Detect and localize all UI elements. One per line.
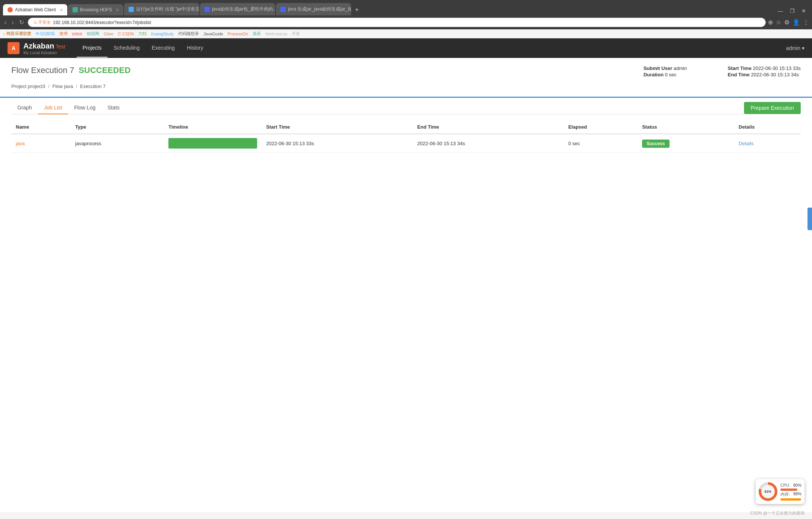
job-elapsed: 0 sec: [568, 141, 580, 146]
bookmark-music-label: ♪ 纯音乐请欣赏: [3, 31, 31, 36]
reload-button[interactable]: ↻: [18, 18, 26, 27]
bookmark-html[interactable]: html+css+js: [265, 32, 287, 36]
bookmarks-bar: ♪ 纯音乐请欣赏 ✉ QQ邮箱 微博 bilibili 校园网 Gitee C …: [0, 29, 812, 38]
submit-user-label: Submit User: [644, 65, 673, 71]
breadcrumb-project-value[interactable]: project3: [28, 83, 47, 89]
breadcrumb-sep2: /: [76, 83, 77, 89]
job-start-time: 2022-06-30 15:13 33s: [266, 141, 314, 146]
bookmark-leetcode-label: 力扣: [138, 31, 147, 36]
tab-close-hdfs[interactable]: ✕: [116, 8, 119, 12]
col-status: Status: [638, 120, 734, 134]
bookmark-kuang[interactable]: KuangStudy: [151, 32, 174, 36]
cpu-gauge: 61%: [759, 482, 777, 501]
tab-azkaban[interactable]: Azkaban Web Client ✕: [3, 4, 67, 15]
azkaban-favicon: [8, 7, 13, 12]
tab-stats[interactable]: Stats: [102, 102, 126, 114]
table-body: java javaprocess 2022-06-30 15:13 33s 20…: [11, 134, 801, 153]
tab-hdfs[interactable]: Browsing HDFS ✕: [68, 4, 123, 15]
extensions-icon[interactable]: ⚙: [784, 19, 789, 26]
mem-bar: [780, 498, 801, 501]
breadcrumb-sep1: /: [48, 83, 50, 89]
tab-jar3[interactable]: java 生成jar_java如何生成jar_知... ✕: [276, 3, 351, 15]
restore-button[interactable]: ❐: [787, 6, 798, 15]
jar2-favicon: [205, 7, 210, 12]
breadcrumb-project-text: Project: [11, 83, 26, 89]
bookmark-bilibili[interactable]: bilibili: [72, 32, 82, 36]
bookmark-processon[interactable]: ProcessOn: [228, 32, 248, 36]
breadcrumb-flow-value[interactable]: java: [64, 83, 74, 89]
details-link[interactable]: Details: [739, 141, 754, 146]
flow-exec-meta: Submit User admin Start Time 2022-06-30 …: [644, 65, 801, 77]
nav-history[interactable]: History: [181, 39, 209, 58]
breadcrumb: Project project3 / Flow java / Execution…: [11, 83, 801, 89]
tab-label-jar3: java 生成jar_java如何生成jar_知...: [288, 6, 351, 12]
job-name-link[interactable]: java: [16, 141, 25, 146]
bookmark-csdn[interactable]: C CSDN: [118, 32, 134, 36]
tab-jar2[interactable]: java如何生成jar包_爱吃牛肉的... ✕: [200, 3, 275, 15]
bookmark-gitee[interactable]: Gitee: [104, 32, 114, 36]
cpu-bar: [780, 489, 797, 491]
bookmark-yuanchen-label: 源辰: [253, 31, 261, 36]
profile-icon[interactable]: 👤: [792, 19, 800, 26]
cpu-value: 80%: [793, 483, 801, 487]
start-time-label: Start Time: [728, 65, 751, 71]
bookmark-campus-label: 校园网: [87, 31, 99, 36]
job-end-time: 2022-06-30 15:13 34s: [417, 141, 465, 146]
tab-label-jar1: 运行jar文件时 出现 "jar中没有主...: [136, 6, 199, 12]
tab-jar1[interactable]: 运行jar文件时 出现 "jar中没有主... ✕: [124, 3, 199, 15]
col-end-time: End Time: [413, 120, 564, 134]
bookmark-leetcode[interactable]: 力扣: [138, 31, 147, 36]
minimize-button[interactable]: —: [775, 6, 786, 15]
table-header-row: Name Type Timeline Start Time End Time E…: [11, 120, 801, 134]
translate-icon[interactable]: ⊕: [768, 19, 773, 26]
tab-flow-log[interactable]: Flow Log: [68, 102, 102, 114]
forward-button[interactable]: ›: [10, 18, 15, 27]
bookmark-dmsxl-label: 代码随想录: [178, 31, 199, 36]
col-start-time: Start Time: [262, 120, 413, 134]
bookmark-yuanchen[interactable]: 源辰: [253, 31, 261, 36]
col-type: Type: [71, 120, 164, 134]
address-bar[interactable]: ⚠ 不安全 192.168.10.102:8443/executor?execi…: [28, 18, 766, 27]
col-details: Details: [734, 120, 801, 134]
tab-close-azkaban[interactable]: ✕: [60, 8, 63, 12]
nav-scheduling[interactable]: Scheduling: [108, 39, 145, 58]
bookmark-icon[interactable]: ☆: [776, 19, 781, 26]
back-button[interactable]: ‹: [3, 18, 8, 27]
tab-label-azkaban: Azkaban Web Client: [15, 7, 56, 12]
jar3-favicon: [280, 7, 286, 12]
nav-executing[interactable]: Executing: [145, 39, 180, 58]
bookmark-weibo[interactable]: 微博: [59, 31, 68, 36]
gauge-label: 61%: [761, 485, 775, 498]
breadcrumb-project-name: project3: [28, 83, 45, 89]
close-window-button[interactable]: ✕: [798, 6, 809, 15]
bookmark-javaguide[interactable]: JavaGuide: [203, 32, 223, 36]
prepare-execution-button[interactable]: Prepare Execution: [744, 102, 801, 114]
bookmark-music[interactable]: ♪ 纯音乐请欣赏: [3, 31, 31, 36]
duration-label: Duration: [644, 72, 664, 77]
tab-label-hdfs: Browsing HDFS: [80, 7, 112, 12]
logo-area: A Azkaban Test My Local Azkaban: [8, 42, 65, 55]
user-menu[interactable]: admin ▾: [786, 45, 804, 51]
mem-label: 内存:: [780, 492, 790, 497]
breadcrumb-flow-label[interactable]: Flow: [52, 83, 64, 89]
tab-bar: Azkaban Web Client ✕ Browsing HDFS ✕ 运行j…: [0, 0, 812, 15]
bookmark-campus[interactable]: 校园网: [87, 31, 99, 36]
browser-chrome: Azkaban Web Client ✕ Browsing HDFS ✕ 运行j…: [0, 0, 812, 38]
bookmark-qq[interactable]: ✉ QQ邮箱: [36, 31, 55, 36]
bookmark-dmsxl[interactable]: 代码随想录: [178, 31, 199, 36]
flow-execution-header: Flow Execution 7 SUCCEEDED Submit User a…: [11, 65, 801, 77]
mem-stat-row: 内存: 99%: [780, 492, 801, 497]
tab-job-list[interactable]: Job List: [38, 102, 68, 114]
tabs-row: Graph Job List Flow Log Stats Prepare Ex…: [11, 98, 801, 114]
col-elapsed: Elapsed: [564, 120, 638, 134]
tab-graph[interactable]: Graph: [11, 102, 38, 114]
nav-projects[interactable]: Projects: [77, 39, 108, 58]
menu-icon[interactable]: ⋮: [803, 19, 809, 26]
bookmark-dev[interactable]: 开发: [292, 31, 300, 36]
breadcrumb-project-label[interactable]: Project: [11, 83, 28, 89]
address-bar-row: ‹ › ↻ ⚠ 不安全 192.168.10.102:8443/executor…: [0, 15, 812, 29]
bookmark-weibo-label: 微博: [59, 31, 68, 36]
new-tab-button[interactable]: +: [352, 5, 362, 15]
sidebar-handle[interactable]: [807, 208, 812, 230]
bookmark-qq-label: ✉ QQ邮箱: [36, 31, 55, 36]
